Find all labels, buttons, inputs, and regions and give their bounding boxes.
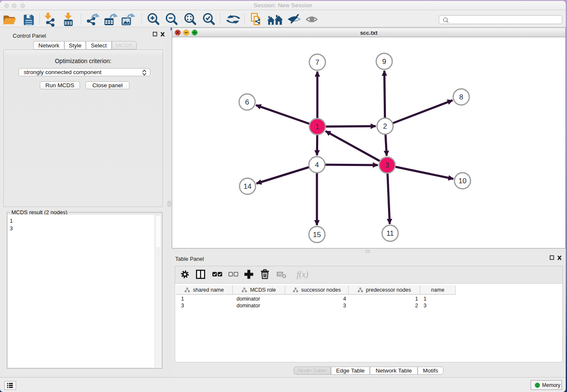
svg-text:9: 9 xyxy=(382,58,386,66)
svg-text:2: 2 xyxy=(383,122,387,130)
svg-text:7: 7 xyxy=(315,58,319,66)
svg-text:4: 4 xyxy=(315,161,319,169)
svg-text:14: 14 xyxy=(244,182,252,190)
svg-text:3: 3 xyxy=(385,161,389,169)
svg-text:f(x): f(x) xyxy=(297,270,308,279)
svg-text:6: 6 xyxy=(245,98,249,106)
svg-text:8: 8 xyxy=(459,93,463,101)
svg-text:10: 10 xyxy=(459,177,467,185)
svg-text:15: 15 xyxy=(313,231,321,239)
svg-text:1: 1 xyxy=(315,123,319,131)
svg-text:11: 11 xyxy=(386,229,394,237)
